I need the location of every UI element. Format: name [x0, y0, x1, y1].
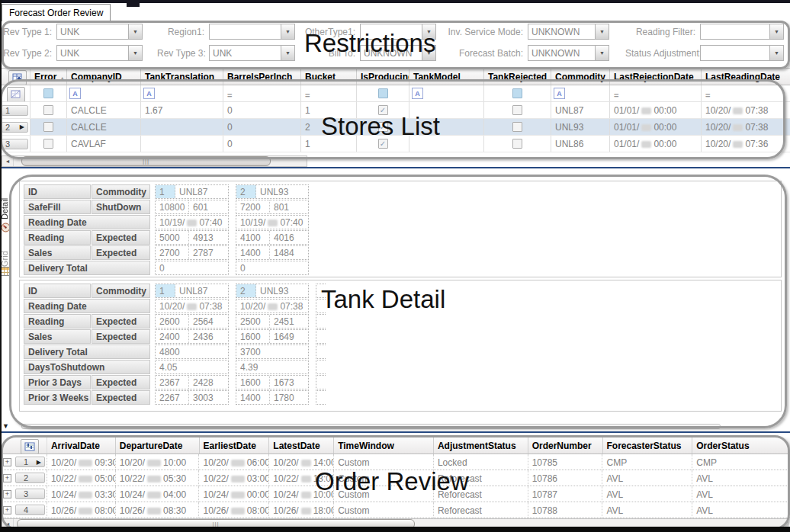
cell-orderstatus[interactable]: CMP — [692, 454, 790, 470]
column-header-latestdate[interactable]: LatestDate — [269, 437, 334, 453]
cell-arrivaldate[interactable]: 10/26/08:00 — [47, 502, 116, 518]
cell-timewindow[interactable]: Custom — [334, 502, 434, 518]
stores-row-2-selected[interactable]: 2▶ CALCLE 0 2 UNL93 01/01/00:00 10/20/07… — [0, 119, 790, 136]
cell-tanktranslation[interactable] — [141, 119, 223, 135]
cell-latestdate[interactable]: 10/24/10:00 — [269, 486, 334, 502]
column-header-earliestdate[interactable]: EarliestDate — [200, 437, 270, 453]
filter-error[interactable] — [31, 85, 67, 101]
tank1-cell[interactable]: 22673003 — [155, 390, 229, 405]
row-header[interactable]: 3 — [14, 486, 47, 502]
column-header-commodity[interactable]: Commodity — [551, 69, 610, 85]
cell-ordernumber[interactable]: 10787 — [528, 486, 603, 502]
chevron-down-icon[interactable] — [422, 46, 435, 60]
row-header[interactable]: 3 — [0, 136, 31, 152]
grid-customize-button[interactable] — [8, 70, 27, 85]
grid-settings-button[interactable] — [21, 439, 39, 454]
column-header-bucket[interactable]: Bucket — [301, 69, 357, 85]
cell-lastreadingdate[interactable]: 10/20/07:38 — [702, 119, 790, 135]
cell-adjustmentstatus[interactable]: Reforecast — [434, 502, 528, 518]
cell-earliestdate[interactable]: 10/26/08:00 — [199, 502, 269, 518]
collapse-splitter-icon[interactable]: ▼ — [2, 422, 9, 430]
row-header[interactable]: 1 — [0, 102, 31, 118]
stores-row-3[interactable]: 3 CAVLAF 0 1 UNL86 01/01/00:00 10/20/07:… — [0, 136, 790, 152]
column-header-companyid[interactable]: CompanyID — [67, 69, 141, 85]
column-header-arrivaldate[interactable]: ArrivalDate — [47, 437, 116, 453]
tank2-cell[interactable]: 25002451 — [236, 314, 309, 328]
cell-timewindow[interactable]: Custom — [334, 470, 434, 486]
column-header-error[interactable]: Error▲ — [31, 69, 67, 85]
filter-lastreadingdate[interactable] — [702, 85, 790, 101]
chevron-down-icon[interactable] — [769, 24, 783, 39]
text-filter-icon[interactable] — [554, 88, 565, 99]
expand-plus-icon[interactable]: + — [3, 490, 11, 498]
cell-lastreadingdate[interactable]: 10/20/07:38 — [702, 102, 790, 118]
side-tab-detail[interactable]: Detail — [0, 174, 11, 220]
cell-ordernumber[interactable]: 10786 — [528, 470, 603, 486]
expand-plus-icon[interactable]: + — [3, 506, 11, 514]
cell-barrelsperinch[interactable]: 0 — [223, 119, 301, 135]
tank1-cell[interactable]: 4.05 — [155, 360, 229, 374]
error-checkbox[interactable] — [31, 136, 67, 152]
filter-lastrejectiondate[interactable] — [610, 85, 702, 101]
filter-companyid[interactable] — [67, 85, 141, 101]
rev-type-3-combo[interactable]: UNK — [209, 45, 295, 61]
tank1-cell[interactable]: 4800 — [155, 345, 229, 359]
cell-tankmodel[interactable] — [409, 102, 484, 118]
cell-adjustmentstatus[interactable]: Reforecast — [434, 486, 528, 502]
cell-tankmodel[interactable] — [409, 136, 484, 152]
cell-adjustmentstatus[interactable]: Reforecast — [434, 470, 528, 486]
inv-service-mode-combo[interactable]: UNKNOWN — [528, 24, 609, 40]
stores-row-1[interactable]: 1 CALCLE 1.67 0 1 UNL87 01/01/00:00 10/2… — [0, 102, 790, 119]
tank2-cell[interactable]: 10/20/07:38 — [236, 299, 309, 313]
cell-forecasterstatus[interactable]: AVL — [602, 502, 692, 518]
tank1-cell[interactable]: 10800601 — [155, 200, 229, 214]
column-header-adjustmentstatus[interactable]: AdjustmentStatus — [434, 437, 528, 453]
filter-tankrejected[interactable] — [484, 85, 551, 101]
tank1-cell[interactable]: 0 — [155, 261, 229, 275]
bill-to-combo[interactable]: UNKNOWN — [360, 45, 436, 61]
forecast-batch-combo[interactable]: UNKNOWN — [528, 45, 609, 61]
cell-departuredate[interactable]: 10/20/10:00 — [116, 454, 200, 470]
tank1-cell[interactable]: 50004913 — [155, 230, 229, 245]
filter-tankmodel[interactable] — [409, 85, 484, 101]
tank2-cell[interactable]: 3700 — [236, 345, 309, 359]
column-header-tankmodel[interactable]: TankModel — [409, 69, 484, 85]
tankrejected-checkbox[interactable] — [484, 136, 551, 152]
rev-type-1-combo[interactable]: UNK — [56, 24, 143, 40]
tank2-cell[interactable]: 7200801 — [236, 200, 309, 214]
tank2-cell[interactable]: 16001673 — [236, 375, 309, 389]
expand-cell[interactable]: + — [2, 470, 14, 486]
cell-bucket[interactable]: 1 — [301, 136, 357, 152]
cell-departuredate[interactable]: 10/26/08:30 — [116, 502, 200, 518]
cell-commodity[interactable]: UNL93 — [551, 119, 610, 135]
chevron-down-icon[interactable] — [128, 24, 142, 39]
column-header-isproducing[interactable]: IsProducing — [357, 69, 409, 85]
cell-departuredate[interactable]: 10/24/04:00 — [116, 486, 200, 502]
tank2-cell[interactable]: 41004016 — [236, 230, 309, 245]
tank2-cell[interactable]: 16001649 — [236, 329, 309, 344]
tank1-cell[interactable]: 10/20/07:38 — [155, 299, 229, 313]
splitter-stores-detail[interactable] — [0, 167, 790, 168]
filter-tanktranslation[interactable] — [141, 85, 223, 101]
cell-latestdate[interactable]: 10/22/13:00 — [269, 470, 334, 486]
region1-combo[interactable] — [209, 24, 295, 40]
status-adjustment-combo[interactable] — [700, 45, 784, 61]
tankrejected-checkbox[interactable] — [484, 119, 551, 135]
cell-barrelsperinch[interactable]: 0 — [223, 136, 301, 152]
error-checkbox[interactable] — [31, 119, 67, 135]
filter-commodity[interactable] — [551, 85, 610, 101]
checkbox-filter-icon[interactable] — [378, 88, 388, 98]
othertype1-combo[interactable] — [360, 24, 436, 40]
cell-companyid[interactable]: CAVLAF — [67, 136, 141, 152]
cell-forecasterstatus[interactable]: AVL — [602, 470, 692, 486]
column-header-tanktranslation[interactable]: TankTranslation — [141, 69, 223, 85]
text-filter-icon[interactable] — [412, 88, 423, 99]
cell-tanktranslation[interactable]: 1.67 — [141, 102, 223, 118]
tab-forecast-order-review[interactable]: Forecast Order Review — [2, 4, 111, 21]
orders-row-2[interactable]: + 2 10/22/05:00 10/22/05:30 10/22/03:00 … — [2, 470, 790, 486]
error-checkbox[interactable] — [31, 102, 67, 118]
filter-bucket[interactable] — [301, 85, 357, 101]
text-filter-icon[interactable] — [143, 88, 155, 99]
chevron-down-icon[interactable] — [769, 46, 783, 60]
cell-lastrejectiondate[interactable]: 01/01/00:00 — [610, 119, 702, 135]
